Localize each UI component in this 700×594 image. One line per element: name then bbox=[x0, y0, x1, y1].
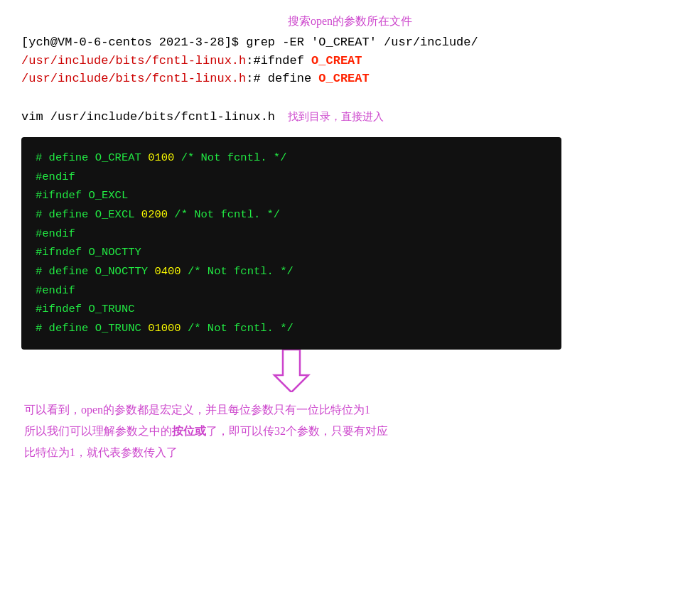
code-text-9: #ifndef O_TRUNC bbox=[36, 303, 135, 315]
code-text-7: # define O_NOCTTY bbox=[36, 265, 148, 278]
code-line-8: #endif bbox=[36, 281, 547, 301]
code-line-7: # define O_NOCTTY 0400 /* Not fcntl. */ bbox=[36, 262, 547, 281]
arrow-container bbox=[21, 350, 561, 392]
bottom-line2-post: 了，即可以传32个参数，只要有对应 bbox=[206, 425, 388, 437]
terminal-mid3: :# define bbox=[246, 72, 318, 85]
code-val-7: 0400 bbox=[148, 265, 181, 278]
code-val-4: 0200 bbox=[135, 208, 168, 221]
code-line-5: #endif bbox=[36, 225, 547, 244]
code-text-4: # define O_EXCL bbox=[36, 208, 135, 221]
terminal-line1: [ych@VM-0-6-centos 2021-3-28]$ grep -ER … bbox=[21, 33, 679, 52]
code-text-2: #endif bbox=[36, 171, 75, 183]
terminal-prompt: [ych@VM-0-6-centos 2021-3-28]$ grep -ER … bbox=[21, 36, 478, 49]
code-line-4: # define O_EXCL 0200 /* Not fcntl. */ bbox=[36, 205, 547, 225]
code-line-6: #ifndef O_NOCTTY bbox=[36, 243, 547, 262]
terminal-line2: /usr/include/bits/fcntl-linux.h:#ifndef … bbox=[21, 52, 679, 70]
bottom-line3: 比特位为1，就代表参数传入了 bbox=[24, 442, 679, 463]
vim-cmd: vim /usr/include/bits/fcntl-linux.h bbox=[21, 110, 275, 124]
bottom-line2-pre: 所以我们可以理解参数之中的 bbox=[24, 425, 172, 437]
code-block: # define O_CREAT 0100 /* Not fcntl. */ #… bbox=[21, 137, 561, 350]
vim-line: vim /usr/include/bits/fcntl-linux.h 找到目录… bbox=[21, 108, 679, 126]
code-val-1: 0100 bbox=[141, 151, 175, 164]
code-comment-1: /* Not fcntl. */ bbox=[174, 151, 286, 164]
header-annotation: 搜索open的参数所在文件 bbox=[21, 14, 679, 29]
terminal-path3: /usr/include/bits/fcntl-linux.h bbox=[21, 72, 246, 85]
terminal-line3: /usr/include/bits/fcntl-linux.h:# define… bbox=[21, 70, 679, 88]
code-line-1: # define O_CREAT 0100 /* Not fcntl. */ bbox=[36, 148, 547, 168]
terminal-highlight2: O_CREAT bbox=[311, 54, 362, 68]
code-comment-10: /* Not fcntl. */ bbox=[181, 322, 294, 335]
bottom-text: 可以看到，open的参数都是宏定义，并且每位参数只有一位比特位为1 所以我们可以… bbox=[21, 399, 679, 464]
code-text-8: #endif bbox=[36, 284, 75, 297]
bottom-line2-bold: 按位或 bbox=[172, 425, 206, 437]
code-val-10: 01000 bbox=[141, 322, 181, 335]
terminal-highlight3: O_CREAT bbox=[318, 72, 369, 85]
terminal-mid2: :#ifndef bbox=[246, 54, 311, 68]
bottom-line2: 所以我们可以理解参数之中的按位或了，即可以传32个参数，只要有对应 bbox=[24, 421, 679, 442]
terminal-path2: /usr/include/bits/fcntl-linux.h bbox=[21, 54, 246, 68]
code-line-3: #ifndef O_EXCL bbox=[36, 186, 547, 205]
code-text-10: # define O_TRUNC bbox=[36, 322, 141, 335]
code-comment-7: /* Not fcntl. */ bbox=[181, 265, 294, 278]
bottom-line1: 可以看到，open的参数都是宏定义，并且每位参数只有一位比特位为1 bbox=[24, 399, 679, 421]
code-line-2: #endif bbox=[36, 168, 547, 187]
code-text-3: #ifndef O_EXCL bbox=[36, 189, 128, 202]
down-arrow-icon bbox=[270, 348, 313, 392]
code-line-9: #ifndef O_TRUNC bbox=[36, 300, 547, 319]
svg-marker-0 bbox=[274, 350, 308, 392]
code-line-10: # define O_TRUNC 01000 /* Not fcntl. */ bbox=[36, 319, 547, 338]
code-text-1: # define O_CREAT bbox=[36, 151, 141, 164]
code-text-6: #ifndef O_NOCTTY bbox=[36, 246, 141, 259]
code-comment-4: /* Not fcntl. */ bbox=[168, 208, 280, 221]
page: 搜索open的参数所在文件 [ych@VM-0-6-centos 2021-3-… bbox=[0, 0, 700, 594]
code-text-5: #endif bbox=[36, 227, 75, 240]
vim-annotation: 找到目录，直接进入 bbox=[288, 111, 384, 122]
